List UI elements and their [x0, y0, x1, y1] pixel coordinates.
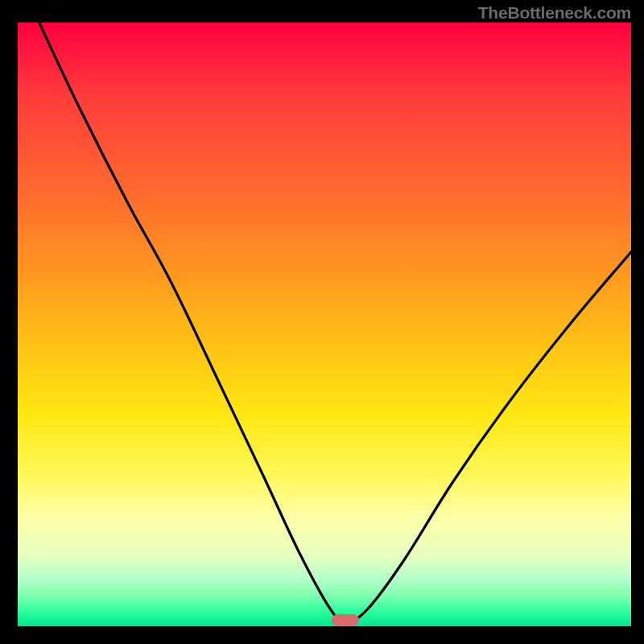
watermark-text: TheBottleneck.com — [478, 3, 631, 23]
optimal-marker — [332, 614, 359, 625]
bottleneck-curve — [0, 0, 644, 644]
chart-frame: TheBottleneck.com — [0, 0, 644, 644]
watermark-label: TheBottleneck.com — [478, 3, 631, 22]
